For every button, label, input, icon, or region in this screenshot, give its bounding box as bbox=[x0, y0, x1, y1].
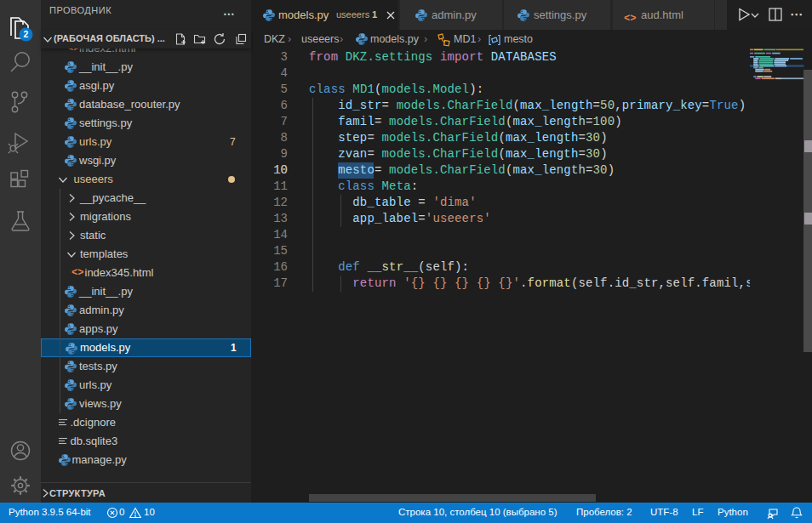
svg-text:2: 2 bbox=[24, 29, 29, 39]
